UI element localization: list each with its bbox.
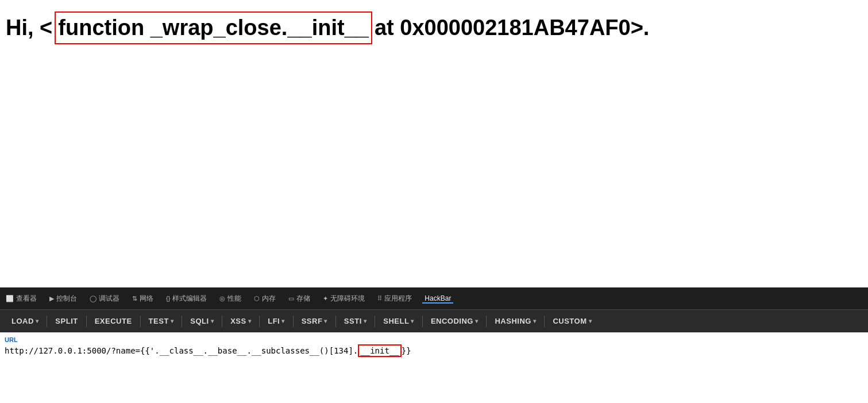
devtools-tab-label: 调试器 [99,294,119,304]
sqli-arrow: ▾ [211,318,214,324]
lfi-button[interactable]: LFI ▾ [261,313,292,329]
encoding-arrow: ▾ [475,318,479,324]
url-label: URL [5,336,863,343]
divider-8 [335,316,336,327]
divider-3 [140,316,141,327]
url-suffix: }} [402,346,411,355]
lfi-arrow: ▾ [281,318,285,324]
ssti-button[interactable]: SSTI ▾ [337,313,373,329]
devtools-tab-accessibility[interactable]: ✦ 无障碍环境 [321,293,367,305]
sqli-button[interactable]: SQLI ▾ [183,313,221,329]
heading-prefix: Hi, < [6,14,52,42]
devtools-tab-label: 网络 [140,294,153,304]
devtools-tab-label: 样式编辑器 [172,294,207,304]
url-bar-section: URL http://127.0.0.1:5000/?name={{'.__cl… [0,332,868,362]
url-highlighted: __init__ [358,344,401,357]
divider-4 [182,316,182,327]
url-value: http://127.0.0.1:5000/?name={{'.__class_… [5,344,863,357]
devtools-tab-label: 应用程序 [384,294,412,304]
hashing-arrow: ▾ [533,318,537,324]
ssti-arrow: ▾ [364,318,367,324]
devtools-bar: ⬜ 查看器 ▶ 控制台 ◯ 调试器 ⇅ 网络 {} 样式编辑器 ◎ 性能 ⬡ 内… [0,287,868,309]
devtools-tab-debugger[interactable]: ◯ 调试器 [87,293,122,305]
devtools-tab-network[interactable]: ⇅ 网络 [130,293,156,305]
devtools-tab-storage[interactable]: ▭ 存储 [286,293,313,305]
heading-suffix: at 0x000002181AB47AF0>. [375,14,650,42]
url-prefix: http://127.0.0.1:5000/?name={{'.__class_… [5,346,358,355]
shell-button[interactable]: SHELL ▾ [376,313,421,329]
performance-icon: ◎ [219,295,225,302]
divider-10 [422,316,423,327]
ssrf-button[interactable]: SSRF ▾ [295,313,334,329]
devtools-tab-label: 无障碍环境 [330,294,365,304]
test-arrow: ▾ [171,318,174,324]
devtools-tab-performance[interactable]: ◎ 性能 [217,293,244,305]
custom-arrow: ▾ [589,318,592,324]
debugger-icon: ◯ [90,295,97,302]
divider-2 [86,316,87,327]
devtools-tab-label: 存储 [296,294,310,304]
accessibility-icon: ✦ [323,295,328,302]
devtools-tab-label: 内存 [262,294,276,304]
xss-arrow: ▾ [248,318,252,324]
divider-9 [375,316,375,327]
divider-5 [222,316,222,327]
devtools-tab-label: 控制台 [56,294,77,304]
memory-icon: ⬡ [254,295,260,302]
application-icon: ⠿ [377,295,382,302]
load-button[interactable]: LOAD ▾ [5,313,45,329]
custom-button[interactable]: CUSTOM ▾ [546,313,599,329]
ssrf-arrow: ▾ [324,318,327,324]
viewer-icon: ⬜ [6,295,14,302]
page-heading: Hi, < function _wrap_close.__init__ at 0… [6,11,862,44]
console-icon: ▶ [49,295,54,302]
divider-12 [544,316,545,327]
network-icon: ⇅ [132,295,137,302]
hackbar-tab-label: HackBar [425,294,451,302]
devtools-tab-hackbar[interactable]: HackBar [422,293,453,304]
hashing-button[interactable]: HASHING ▾ [488,313,543,329]
devtools-tab-label: 性能 [227,294,241,304]
devtools-tab-memory[interactable]: ⬡ 内存 [252,293,278,305]
devtools-tab-console[interactable]: ▶ 控制台 [47,293,79,305]
divider-6 [259,316,260,327]
devtools-tab-style-editor[interactable]: {} 样式编辑器 [164,293,209,305]
shell-arrow: ▾ [411,318,414,324]
style-editor-icon: {} [166,295,170,302]
hackbar-toolbar: LOAD ▾ SPLIT EXECUTE TEST ▾ SQLI ▾ XSS ▾… [0,309,868,332]
divider-1 [47,316,47,327]
test-button[interactable]: TEST ▾ [142,313,181,329]
divider-11 [486,316,487,327]
split-button[interactable]: SPLIT [48,313,84,329]
execute-button[interactable]: EXECUTE [88,313,139,329]
devtools-tab-application[interactable]: ⠿ 应用程序 [375,293,414,305]
encoding-button[interactable]: ENCODING ▾ [424,313,485,329]
devtools-tab-viewer[interactable]: ⬜ 查看器 [3,293,39,305]
devtools-tab-label: 查看器 [16,294,37,304]
main-content: Hi, < function _wrap_close.__init__ at 0… [0,0,868,287]
divider-7 [293,316,294,327]
storage-icon: ▭ [288,295,294,302]
xss-button[interactable]: XSS ▾ [223,313,258,329]
load-arrow: ▾ [36,318,39,324]
heading-highlighted: function _wrap_close.__init__ [55,11,372,44]
